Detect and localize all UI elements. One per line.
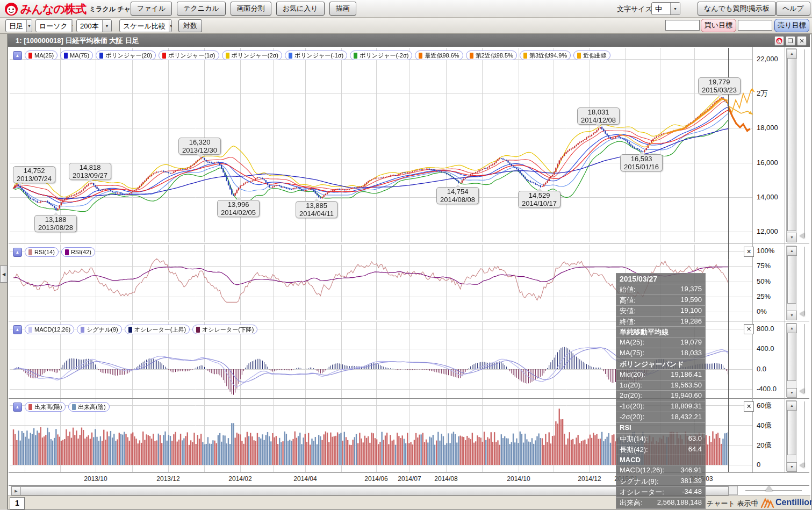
vertical-zoom-slider-handle[interactable] [800, 389, 804, 394]
vertical-zoom-slider[interactable] [804, 49, 805, 238]
scroll-right-icon[interactable]: ▶ [11, 486, 21, 495]
tooltip-label: -1σ(20): [620, 402, 644, 411]
vertical-zoom-slider[interactable] [804, 401, 805, 467]
annotation-date: 2014/02/05 [221, 209, 256, 217]
legend-toggle-macd[interactable]: MACD(12,26) [25, 325, 74, 334]
legend-toggle-ma75[interactable]: MA(75) [60, 51, 93, 60]
draw-button[interactable]: 描画 [329, 2, 356, 16]
sell-target-button[interactable]: 売り目標 [774, 19, 809, 32]
buy-target-button[interactable]: 買い目標 [701, 19, 736, 32]
legend-toggle-boll-m1s[interactable]: ボリンジャー(-1σ) [285, 51, 347, 60]
chevron-down-icon[interactable]: ▼ [71, 20, 73, 32]
scroll-down-icon[interactable]: ▼ [787, 462, 797, 472]
chevron-down-icon[interactable]: ▼ [26, 20, 32, 32]
legend-toggle-ma25[interactable]: MA(25) [25, 51, 58, 60]
horizontal-zoom-slider[interactable] [745, 490, 802, 491]
collapse-panel-button[interactable]: ▲ [13, 248, 22, 257]
chart-title-bar[interactable]: 1: [100000018] 日経平均株価 大証 日足 ❐ ✕ [8, 34, 810, 47]
scroll-up-icon[interactable]: ▲ [787, 246, 797, 256]
legend-toggle-signal[interactable]: シグナル(9) [77, 325, 121, 334]
legend-color-swatch [523, 53, 527, 59]
legend-color-swatch [81, 327, 84, 333]
collapse-panel-button[interactable]: ▲ [13, 51, 22, 60]
vertical-scrollbar-thumb[interactable] [787, 255, 796, 304]
split-screen-button[interactable]: 画面分割 [231, 2, 271, 16]
scale-compare-select[interactable]: スケール比較▼ [119, 19, 172, 32]
legend-toggle-fit1[interactable]: 最近似98.6% [415, 51, 463, 60]
collapse-panel-button[interactable]: ▲ [13, 403, 22, 412]
technical-button[interactable]: テクニカル [177, 2, 226, 16]
centillion-text: Centillion [775, 498, 812, 507]
status-divider: | [755, 498, 757, 507]
rsi-panel-close-icon[interactable]: ✕ [744, 247, 754, 257]
favorites-button[interactable]: お気に入り [276, 2, 325, 16]
legend-label: MA(75) [70, 52, 89, 59]
qa-board-button[interactable]: なんでも質問!掲示板 [698, 2, 776, 16]
legend-toggle-vol-down[interactable]: 出来高(陰) [68, 402, 109, 412]
legend-toggle-vol-up[interactable]: 出来高(陽) [25, 402, 66, 412]
scroll-up-icon[interactable]: ▲ [787, 401, 797, 411]
scroll-up-icon[interactable]: ▲ [787, 49, 797, 59]
tooltip-value: 346.91 [680, 466, 702, 475]
legend-toggle-boll-m2s[interactable]: ボリンジャー(-2σ) [350, 51, 412, 60]
vertical-zoom-slider-handle[interactable] [800, 463, 804, 468]
annotation-price: 16,593 [624, 155, 659, 163]
file-button[interactable]: ファイル [131, 2, 172, 16]
legend-toggle-rsi14[interactable]: RSI(14) [25, 247, 59, 257]
period-select[interactable]: 日足▼ [5, 19, 32, 32]
restore-window-icon[interactable]: ❐ [786, 36, 795, 46]
scroll-up-icon[interactable]: ▲ [787, 324, 797, 333]
legend-toggle-fit-curve[interactable]: 近似曲線 [573, 51, 610, 60]
macd-panel-close-icon[interactable]: ✕ [744, 324, 754, 334]
legend-color-swatch [28, 404, 32, 410]
log-scale-button[interactable]: 対数 [178, 19, 202, 32]
annotation-price: 18,031 [581, 108, 616, 116]
horizontal-zoom-slider-handle[interactable] [765, 486, 773, 491]
legend-toggle-boll20[interactable]: ボリンジャー(20) [96, 51, 156, 60]
scroll-down-icon[interactable]: ▼ [787, 311, 797, 320]
chevron-down-icon[interactable]: ▼ [102, 20, 111, 32]
collapse-panel-button[interactable]: ▲ [13, 325, 22, 334]
volume-panel-close-icon[interactable]: ✕ [744, 401, 754, 412]
annotation-pointer [638, 152, 645, 155]
tooltip-row: 長期(42):64.4 [616, 444, 705, 455]
bar-count-select[interactable]: 200本▼ [76, 19, 112, 32]
legend-toggle-osc-down[interactable]: オシレーター(下降) [192, 325, 257, 334]
close-window-icon[interactable]: ✕ [797, 36, 807, 46]
tooltip-row: MACD(12,26):346.91 [616, 465, 705, 476]
legend-toggle-boll-p1s[interactable]: ボリンジャー(1σ) [159, 51, 219, 60]
chart-style-select[interactable]: ローソク▼ [35, 19, 73, 32]
help-button[interactable]: ヘルプ [776, 2, 810, 16]
vertical-scrollbar[interactable]: ▲▼ [786, 246, 796, 320]
app-face-icon[interactable] [774, 36, 784, 46]
tooltip-label: -2σ(20): [620, 413, 644, 422]
vertical-zoom-slider-handle[interactable] [800, 311, 804, 317]
vertical-zoom-slider-handle[interactable] [800, 233, 804, 239]
vertical-scrollbar[interactable]: ▲▼ [786, 323, 796, 397]
vertical-zoom-slider[interactable] [804, 247, 805, 315]
chevron-down-icon[interactable]: ▼ [169, 20, 172, 32]
sell-target-input[interactable] [738, 20, 772, 31]
vertical-zoom-slider[interactable] [804, 324, 805, 393]
legend-toggle-fit3[interactable]: 第3近似94.9% [520, 51, 571, 60]
legend-toggle-osc-up[interactable]: オシレーター(上昇) [125, 325, 190, 334]
legend-label: ボリンジャー(1σ) [168, 52, 215, 60]
font-size-select[interactable]: 中 ▼ [651, 2, 680, 15]
page-tab-1[interactable]: 1 [10, 497, 25, 509]
vertical-scrollbar-thumb[interactable] [787, 410, 796, 455]
tooltip-value: 18,033 [680, 349, 702, 358]
legend-color-swatch [470, 53, 473, 59]
scroll-down-icon[interactable]: ▼ [787, 388, 797, 398]
legend-toggle-fit2[interactable]: 第2近似98.5% [466, 51, 517, 60]
vertical-scrollbar-thumb[interactable] [787, 333, 796, 381]
legend-color-swatch [226, 53, 229, 59]
vertical-scrollbar[interactable]: ▲▼ [786, 48, 796, 242]
legend-color-swatch [28, 53, 32, 59]
buy-target-input[interactable] [665, 20, 700, 31]
scroll-down-icon[interactable]: ▼ [787, 233, 797, 242]
vertical-scrollbar[interactable]: ▲▼ [786, 400, 796, 471]
vertical-scrollbar-thumb[interactable] [787, 58, 796, 231]
legend-toggle-rsi42[interactable]: RSI(42) [61, 247, 95, 257]
legend-toggle-boll-p2s[interactable]: ボリンジャー(2σ) [222, 51, 283, 60]
chevron-down-icon[interactable]: ▼ [670, 3, 680, 15]
